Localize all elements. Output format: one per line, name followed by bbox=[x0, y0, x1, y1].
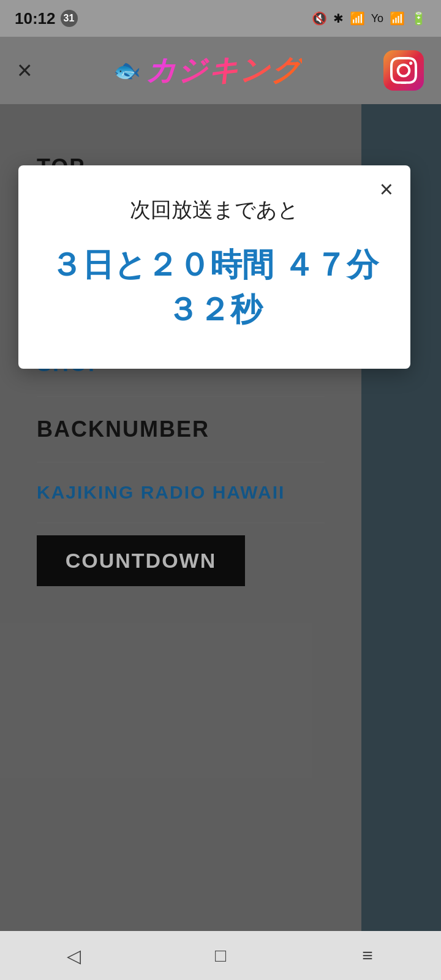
countdown-line2: ３２秒 bbox=[43, 287, 386, 332]
app-header: × 🐟 カジキング bbox=[0, 37, 441, 104]
menu-button[interactable]: ≡ bbox=[343, 945, 392, 966]
status-icons: 🔇 ✱ 📶 Yo 📶 🔋 bbox=[312, 11, 426, 26]
logo-text: カジキング bbox=[146, 51, 302, 90]
signal-bars-icon: 📶 bbox=[390, 11, 405, 26]
modal-countdown-time: ３日と２０時間 ４７分 ３２秒 bbox=[43, 243, 386, 332]
modal-subtitle: 次回放送まであと bbox=[43, 196, 386, 224]
nav-bar: ◁ □ ≡ bbox=[0, 931, 441, 980]
app-logo: 🐟 カジキング bbox=[32, 51, 383, 90]
status-bar: 10:12 31 🔇 ✱ 📶 Yo 📶 🔋 bbox=[0, 0, 441, 37]
status-time: 10:12 31 bbox=[15, 9, 78, 28]
logo-fish-icon: 🐟 bbox=[113, 58, 141, 83]
home-button[interactable]: □ bbox=[196, 945, 245, 966]
bluetooth-icon: ✱ bbox=[333, 11, 344, 26]
battery-icon: 🔋 bbox=[411, 11, 426, 26]
countdown-line1: ３日と２０時間 ４７分 bbox=[43, 243, 386, 287]
instagram-button[interactable] bbox=[383, 50, 424, 91]
main-content: TOP ABOUT PROFILE SHOP BACKNUMBER KAJIKI… bbox=[0, 104, 441, 931]
modal-dialog: × 次回放送まであと ３日と２０時間 ４７分 ３２秒 bbox=[18, 165, 410, 369]
notification-badge: 31 bbox=[61, 10, 78, 27]
back-button[interactable]: ◁ bbox=[49, 945, 98, 967]
modal-overlay: × 次回放送まであと ３日と２０時間 ４７分 ３２秒 bbox=[0, 104, 441, 931]
instagram-icon bbox=[390, 57, 417, 84]
mute-icon: 🔇 bbox=[312, 11, 327, 26]
signal-icon: Yo bbox=[371, 12, 383, 25]
header-close-button[interactable]: × bbox=[17, 58, 32, 83]
modal-close-button[interactable]: × bbox=[380, 178, 393, 201]
wifi-icon: 📶 bbox=[350, 11, 365, 26]
time-display: 10:12 bbox=[15, 9, 56, 28]
